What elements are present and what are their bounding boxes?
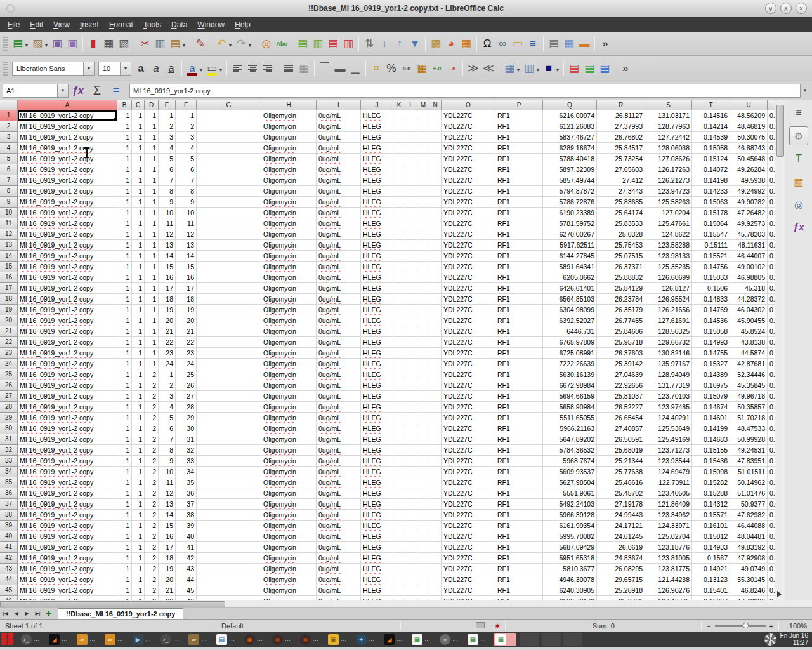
- cell-J37[interactable]: HLEG: [361, 499, 393, 510]
- cell-P4[interactable]: RF1: [495, 143, 543, 154]
- cell-O22[interactable]: YDL227C: [442, 337, 495, 348]
- cell-F6[interactable]: 6: [176, 164, 197, 175]
- cell-G39[interactable]: [197, 521, 261, 531]
- column-header-G[interactable]: G: [197, 100, 261, 110]
- cell-L17[interactable]: [405, 283, 417, 294]
- cell-P5[interactable]: RF1: [495, 154, 543, 164]
- cell-I25[interactable]: 0ug/mL: [317, 369, 361, 380]
- insert-comment-icon[interactable]: ▭: [510, 36, 525, 52]
- cell-M35[interactable]: [417, 477, 429, 488]
- special-character-icon[interactable]: Ω: [480, 36, 495, 52]
- cell-F23[interactable]: 23: [176, 348, 197, 359]
- cell-B32[interactable]: 1: [117, 445, 132, 456]
- cell-S15[interactable]: 125.35235: [645, 262, 692, 272]
- cell-J28[interactable]: HLEG: [361, 402, 393, 413]
- cell-H7[interactable]: Oligomycin: [261, 175, 317, 186]
- cell-D35[interactable]: 2: [145, 477, 159, 488]
- center-vertically-icon[interactable]: ▬: [332, 60, 348, 77]
- cell-L11[interactable]: [405, 218, 417, 229]
- cell-Q14[interactable]: 6144.27845: [543, 251, 597, 262]
- cell-H17[interactable]: Oligomycin: [261, 283, 317, 294]
- cell-O41[interactable]: YDL227C: [442, 542, 495, 553]
- cell-D30[interactable]: 2: [145, 423, 159, 434]
- calc-window[interactable]: ▦…: [410, 633, 433, 646]
- cell-C17[interactable]: 1: [132, 283, 145, 294]
- column-header-P[interactable]: P: [495, 100, 543, 110]
- cell-H28[interactable]: Oligomycin: [261, 402, 317, 413]
- cell-E36[interactable]: 12: [159, 488, 176, 499]
- cell-G15[interactable]: [197, 262, 261, 272]
- cell-H8[interactable]: Oligomycin: [261, 186, 317, 197]
- cell-N12[interactable]: [429, 229, 442, 240]
- cell-T25[interactable]: 0.14389: [692, 369, 730, 380]
- cell-J20[interactable]: HLEG: [361, 315, 393, 326]
- cell-J6[interactable]: HLEG: [361, 164, 393, 175]
- cell-J33[interactable]: HLEG: [361, 456, 393, 467]
- hyperlink-icon[interactable]: ∞: [495, 36, 510, 52]
- cell-M9[interactable]: [417, 197, 429, 208]
- cell-O25[interactable]: YDL227C: [442, 369, 495, 380]
- cell-J39[interactable]: HLEG: [361, 521, 393, 531]
- cell-I38[interactable]: 0ug/mL: [317, 510, 361, 521]
- cell-K6[interactable]: [393, 164, 405, 175]
- cell-D12[interactable]: 1: [145, 229, 159, 240]
- cell-V17[interactable]: 0.: [768, 283, 775, 294]
- cell-K5[interactable]: [393, 154, 405, 164]
- cell-R45[interactable]: 25.26918: [597, 585, 645, 596]
- cell-T27[interactable]: 0.15079: [692, 391, 730, 402]
- cell-H30[interactable]: Oligomycin: [261, 423, 317, 434]
- cell-A29[interactable]: MI 16_0919_yor1-2 copy: [18, 413, 117, 423]
- merge-cells-icon[interactable]: ▦: [296, 60, 311, 77]
- cell-E28[interactable]: 4: [159, 402, 176, 413]
- cell-I18[interactable]: 0ug/mL: [317, 294, 361, 305]
- cell-F28[interactable]: 28: [176, 402, 197, 413]
- cell-C20[interactable]: 1: [132, 315, 145, 326]
- cell-A8[interactable]: MI 16_0919_yor1-2 copy: [18, 186, 117, 197]
- cell-R33[interactable]: 25.21344: [597, 456, 645, 467]
- column-header-C[interactable]: C: [132, 100, 145, 110]
- cell-U44[interactable]: 55.30145: [730, 574, 768, 585]
- cell-I9[interactable]: 0ug/mL: [317, 197, 361, 208]
- cell-A13[interactable]: MI 16_0919_yor1-2 copy: [18, 240, 117, 251]
- chevron-down-icon[interactable]: ▼: [120, 62, 131, 75]
- cell-M4[interactable]: [417, 143, 429, 154]
- cell-S23[interactable]: 130.82146: [645, 348, 692, 359]
- cell-G20[interactable]: [197, 315, 261, 326]
- cell-K1[interactable]: [393, 110, 405, 121]
- cell-R14[interactable]: 25.07515: [597, 251, 645, 262]
- cell-G38[interactable]: [197, 510, 261, 521]
- cell-F19[interactable]: 19: [176, 305, 197, 315]
- cell-R43[interactable]: 26.08295: [597, 564, 645, 574]
- cell-C37[interactable]: 1: [132, 499, 145, 510]
- cell-F41[interactable]: 41: [176, 542, 197, 553]
- cell-N15[interactable]: [429, 262, 442, 272]
- cell-F45[interactable]: 45: [176, 585, 197, 596]
- cell-B33[interactable]: 1: [117, 456, 132, 467]
- cell-G21[interactable]: [197, 326, 261, 337]
- cell-H15[interactable]: Oligomycin: [261, 262, 317, 272]
- cell-F31[interactable]: 31: [176, 434, 197, 445]
- cell-D16[interactable]: 1: [145, 272, 159, 283]
- column-header-N[interactable]: N: [429, 100, 442, 110]
- window-menu-icon[interactable]: [6, 4, 15, 13]
- cell-I45[interactable]: 0ug/mL: [317, 585, 361, 596]
- insert-chart-icon[interactable]: ◕: [443, 36, 459, 52]
- cell-O15[interactable]: YDL227C: [442, 262, 495, 272]
- cell-I26[interactable]: 0ug/mL: [317, 380, 361, 391]
- cell-E15[interactable]: 15: [159, 262, 176, 272]
- cell-J23[interactable]: HLEG: [361, 348, 393, 359]
- cell-G4[interactable]: [197, 143, 261, 154]
- cell-F29[interactable]: 29: [176, 413, 197, 423]
- cell-R39[interactable]: 24.17121: [597, 521, 645, 531]
- cell-C36[interactable]: 1: [132, 488, 145, 499]
- file-manager-window[interactable]: ▰…: [75, 633, 98, 646]
- cell-P13[interactable]: RF1: [495, 240, 543, 251]
- cell-G45[interactable]: [197, 585, 261, 596]
- cell-F11[interactable]: 11: [176, 218, 197, 229]
- cell-D24[interactable]: 1: [145, 359, 159, 369]
- cell-C13[interactable]: 1: [132, 240, 145, 251]
- cell-C12[interactable]: 1: [132, 229, 145, 240]
- cell-U28[interactable]: 50.35857: [730, 402, 768, 413]
- cell-C2[interactable]: 1: [132, 121, 145, 132]
- cell-A10[interactable]: MI 16_0919_yor1-2 copy: [18, 208, 117, 218]
